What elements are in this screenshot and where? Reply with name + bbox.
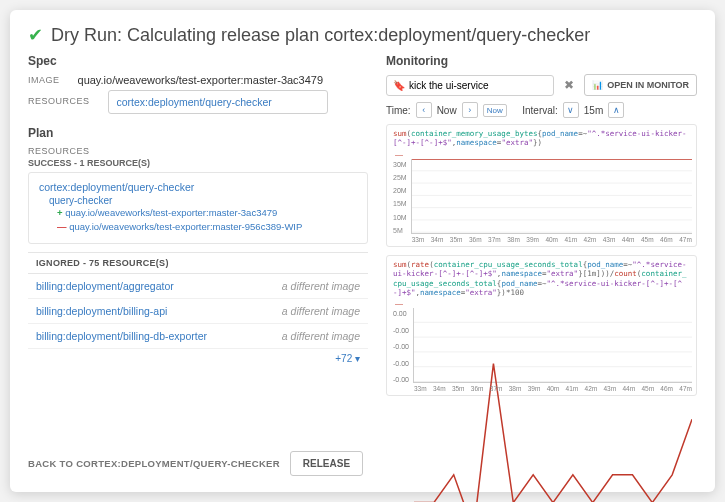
open-in-monitor-button[interactable]: 📊 OPEN IN MONITOR xyxy=(584,74,697,96)
interval-up-button[interactable]: ∧ xyxy=(608,102,624,118)
ignored-list: billing:deployment/aggregator a differen… xyxy=(28,274,368,349)
plot-area[interactable]: 33m34m35m36m37m38m39m40m41m42m43m44m45m4… xyxy=(411,159,692,234)
monitor-search[interactable]: 🔖 xyxy=(386,75,554,96)
interval-value: 15m xyxy=(584,105,603,116)
monitoring-heading: Monitoring xyxy=(386,54,697,68)
series-legend-icon: — xyxy=(395,299,403,308)
ignored-row[interactable]: billing:deployment/aggregator a differen… xyxy=(28,274,368,299)
memory-chart: sum(container_memory_usage_bytes{pod_nam… xyxy=(386,124,697,247)
more-ignored-toggle[interactable]: +72 ▾ xyxy=(28,349,368,368)
chart-query: sum(container_memory_usage_bytes{pod_nam… xyxy=(391,129,692,150)
interval-label: Interval: xyxy=(522,105,558,116)
interval-down-button[interactable]: ∨ xyxy=(563,102,579,118)
resource-input[interactable]: cortex:deployment/query-checker xyxy=(108,90,328,114)
left-column: Spec IMAGE quay.io/weaveworks/test-expor… xyxy=(28,54,368,476)
ignored-row[interactable]: billing:deployment/billing-db-exporter a… xyxy=(28,324,368,349)
time-prev-button[interactable]: ‹ xyxy=(416,102,432,118)
plan-resource-name[interactable]: cortex:deployment/query-checker xyxy=(39,181,357,193)
plan-success-label: SUCCESS - 1 RESOURCE(S) xyxy=(28,158,368,168)
plan-container-name[interactable]: query-checker xyxy=(49,195,357,206)
success-check-icon: ✔ xyxy=(28,24,43,46)
y-axis: 30M25M20M15M10M5M xyxy=(391,159,411,244)
title-row: ✔ Dry Run: Calculating release plan cort… xyxy=(28,24,697,46)
image-value: quay.io/weaveworks/test-exporter:master-… xyxy=(78,74,324,86)
ignored-row[interactable]: billing:deployment/billing-api a differe… xyxy=(28,299,368,324)
y-axis: 0.00-0.00-0.00-0.00-0.00 xyxy=(391,308,413,393)
time-now-button[interactable]: Now xyxy=(483,104,507,117)
spec-heading: Spec xyxy=(28,54,368,68)
plot-area[interactable]: 33m34m35m36m37m38m39m40m41m42m43m44m45m4… xyxy=(413,308,692,383)
resources-label: RESOURCES xyxy=(28,90,90,106)
plan-resources-label: RESOURCES xyxy=(28,146,368,156)
plan-heading: Plan xyxy=(28,126,368,140)
image-diff: + quay.io/weaveworks/test-exporter:maste… xyxy=(57,206,357,235)
plus-icon: + xyxy=(57,207,65,218)
back-link[interactable]: BACK TO CORTEX:DEPLOYMENT/QUERY-CHECKER xyxy=(28,458,280,469)
remove-image: quay.io/weaveworks/test-exporter:master-… xyxy=(69,221,302,232)
page-title: Dry Run: Calculating release plan cortex… xyxy=(51,25,590,46)
external-chart-icon: 📊 xyxy=(592,80,603,90)
chevron-down-icon: ▾ xyxy=(355,353,360,364)
minus-icon: — xyxy=(57,221,69,232)
x-axis: 33m34m35m36m37m38m39m40m41m42m43m44m45m4… xyxy=(412,236,692,243)
clear-search-icon[interactable]: ✖ xyxy=(560,78,578,92)
time-next-button[interactable]: › xyxy=(462,102,478,118)
release-panel: ✔ Dry Run: Calculating release plan cort… xyxy=(10,10,715,492)
time-label: Time: xyxy=(386,105,411,116)
search-input[interactable] xyxy=(409,80,547,91)
plan-resource-box: cortex:deployment/query-checker query-ch… xyxy=(28,172,368,244)
ignored-reason: a different image xyxy=(282,330,360,342)
ignored-resource: billing:deployment/billing-db-exporter xyxy=(36,330,207,342)
ignored-resource: billing:deployment/billing-api xyxy=(36,305,167,317)
tag-icon: 🔖 xyxy=(393,80,405,91)
time-toolbar: Time: ‹ Now › Now Interval: ∨ 15m ∧ xyxy=(386,102,697,118)
ignored-reason: a different image xyxy=(282,305,360,317)
right-column: Monitoring 🔖 ✖ 📊 OPEN IN MONITOR Time: ‹… xyxy=(386,54,697,476)
image-label: IMAGE xyxy=(28,75,60,85)
release-button[interactable]: RELEASE xyxy=(290,451,363,476)
series-legend-icon: — xyxy=(395,150,403,159)
ignored-header: IGNORED - 75 RESOURCE(S) xyxy=(28,252,368,274)
x-axis: 33m34m35m36m37m38m39m40m41m42m43m44m45m4… xyxy=(414,385,692,392)
time-current: Now xyxy=(437,105,457,116)
ignored-resource: billing:deployment/aggregator xyxy=(36,280,174,292)
add-image: quay.io/weaveworks/test-exporter:master-… xyxy=(65,207,277,218)
ignored-reason: a different image xyxy=(282,280,360,292)
